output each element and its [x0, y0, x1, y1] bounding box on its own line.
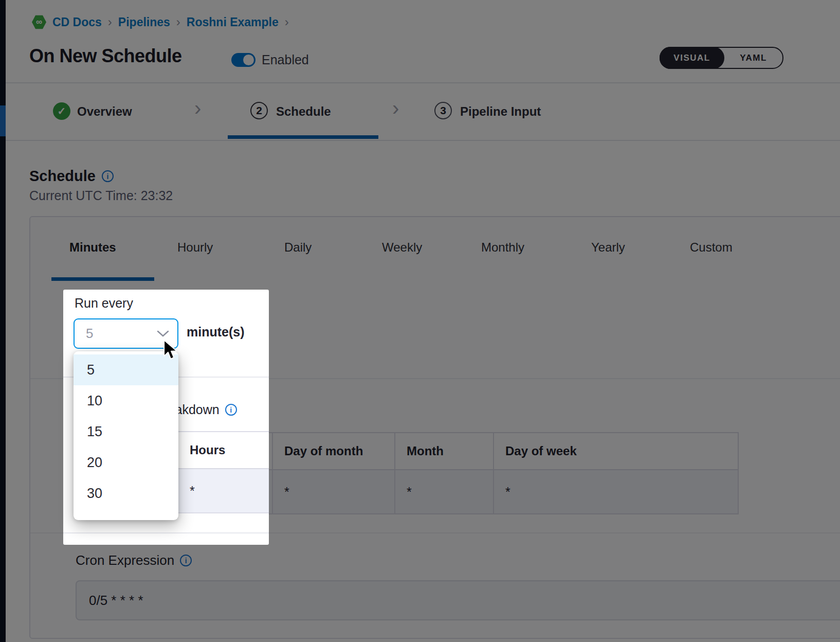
- minutes-interval-select[interactable]: 5: [74, 318, 178, 349]
- option-15[interactable]: 15: [74, 416, 178, 447]
- run-every-label: Run every: [75, 296, 133, 311]
- value-hours: *: [178, 469, 269, 512]
- minutes-unit-label: minute(s): [187, 325, 245, 340]
- chevron-down-icon: [157, 330, 169, 337]
- option-30[interactable]: 30: [74, 478, 178, 509]
- option-20[interactable]: 20: [74, 447, 178, 478]
- header-hours: Hours: [178, 432, 269, 468]
- schedule-trigger-page: { "breadcrumb": { "separator": "›", "ite…: [0, 0, 840, 642]
- option-5[interactable]: 5: [74, 354, 178, 385]
- section-divider: [63, 532, 269, 533]
- info-icon[interactable]: i: [225, 404, 237, 416]
- option-10[interactable]: 10: [74, 385, 178, 416]
- interval-options-dropdown: 5 10 15 20 30: [74, 351, 178, 520]
- selected-interval-value: 5: [75, 326, 157, 342]
